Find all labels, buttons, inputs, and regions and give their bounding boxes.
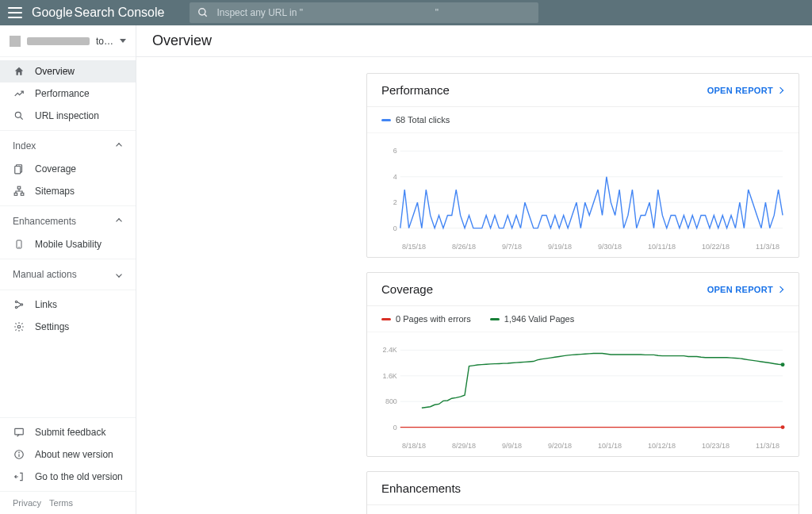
legal-links: Privacy Terms (0, 491, 136, 514)
nav-item-links[interactable]: Links (0, 293, 136, 316)
nav-heading-manual-actions[interactable]: Manual actions (0, 263, 136, 286)
sidebar: to… Overview Performance URL inspection … (0, 25, 136, 514)
chevron-up-icon (116, 143, 122, 149)
nav-group-main: Overview Performance URL inspection (0, 57, 136, 131)
nav-item-sitemaps[interactable]: Sitemaps (0, 180, 136, 202)
page-title: Overview (136, 25, 812, 57)
nav-item-about-new-version[interactable]: About new version (0, 443, 136, 466)
phone-icon (13, 239, 25, 250)
nav-label: URL inspection (35, 110, 99, 121)
nav-heading-enhancements[interactable]: Enhancements (0, 209, 136, 233)
nav-item-coverage[interactable]: Coverage (0, 158, 136, 180)
svg-point-12 (15, 306, 17, 308)
svg-text:2: 2 (393, 198, 397, 206)
nav-label: Coverage (35, 163, 76, 175)
performance-x-axis: 8/15/188/26/189/7/189/19/189/30/1810/11/… (378, 241, 787, 251)
app-header: Google Search Console (0, 0, 812, 25)
svg-line-3 (21, 117, 23, 120)
nav-item-performance[interactable]: Performance (0, 82, 136, 105)
svg-text:4: 4 (393, 173, 397, 181)
svg-point-11 (15, 301, 17, 302)
property-icon (10, 36, 21, 47)
svg-point-14 (17, 325, 21, 328)
legend-errors: 0 Pages with errors (381, 314, 471, 324)
svg-point-0 (199, 9, 205, 15)
svg-point-13 (21, 304, 22, 305)
svg-text:0: 0 (393, 424, 397, 432)
sitemap-icon (13, 186, 25, 197)
nav-group-manual: Manual actions (0, 259, 136, 290)
svg-rect-7 (14, 193, 17, 195)
privacy-link[interactable]: Privacy (13, 498, 41, 508)
svg-rect-15 (15, 428, 24, 435)
nav-label: Settings (35, 321, 69, 332)
chevron-down-icon (120, 39, 126, 43)
nav-label: Mobile Usability (35, 239, 102, 250)
nav-group-misc: Links Settings (0, 290, 136, 341)
performance-card: Performance OPEN REPORT 68 Total clicks … (366, 73, 799, 258)
magnify-icon (13, 110, 25, 121)
card-title: Performance (381, 83, 450, 97)
svg-text:2.4K: 2.4K (382, 346, 396, 354)
svg-point-35 (781, 425, 785, 429)
svg-line-1 (205, 14, 207, 17)
nav-item-submit-feedback[interactable]: Submit feedback (0, 421, 136, 443)
enhancements-card: Enhancements Type Valid Errors Trend Mob… (366, 471, 799, 514)
svg-text:6: 6 (393, 147, 397, 155)
nav-label: Submit feedback (35, 427, 105, 438)
svg-rect-5 (15, 167, 21, 174)
property-suffix: to… (96, 36, 113, 47)
card-title: Coverage (381, 282, 433, 296)
nav-heading-index[interactable]: Index (0, 134, 136, 158)
nav-label: Links (35, 299, 57, 310)
swatch-icon (381, 119, 391, 121)
content-area: Overview Performance OPEN REPORT 68 Tota… (136, 25, 812, 514)
legend-valid: 1,946 Valid Pages (490, 314, 574, 324)
nav-label: Performance (35, 88, 90, 99)
nav-label: Overview (35, 66, 75, 77)
nav-item-settings[interactable]: Settings (0, 316, 136, 338)
nav-item-url-inspection[interactable]: URL inspection (0, 105, 136, 127)
trend-icon (13, 88, 25, 99)
property-selector[interactable]: to… (0, 25, 136, 57)
enhancements-table-header: Type Valid Errors Trend (367, 504, 799, 514)
search-input[interactable] (216, 7, 530, 18)
nav-item-mobile-usability[interactable]: Mobile Usability (0, 233, 136, 255)
terms-link[interactable]: Terms (49, 498, 73, 508)
svg-text:1.6K: 1.6K (382, 372, 396, 380)
performance-chart: 0246 (378, 138, 787, 241)
chevron-up-icon (116, 218, 122, 224)
svg-point-18 (19, 452, 20, 453)
swatch-icon (490, 318, 500, 320)
chevron-down-icon (116, 271, 122, 278)
svg-text:0: 0 (393, 224, 397, 232)
home-icon (13, 66, 25, 77)
url-inspect-search[interactable] (190, 2, 538, 23)
svg-rect-8 (21, 193, 24, 195)
nav-label: Go to the old version (35, 471, 123, 482)
brand-logo: Google Search Console (32, 6, 164, 20)
exit-icon (13, 471, 25, 482)
nav-item-overview[interactable]: Overview (0, 60, 136, 82)
feedback-icon (13, 427, 25, 438)
open-report-link-performance[interactable]: OPEN REPORT (707, 86, 784, 95)
swatch-icon (381, 318, 391, 320)
nav-label: Sitemaps (35, 186, 75, 197)
legend-total-clicks: 68 Total clicks (381, 115, 450, 125)
nav-group-enhancements: Enhancements Mobile Usability (0, 206, 136, 259)
nav-group-index: Index Coverage Sitemaps (0, 131, 136, 206)
svg-rect-6 (17, 186, 21, 189)
nav-item-old-version[interactable]: Go to the old version (0, 466, 136, 488)
menu-icon[interactable] (8, 6, 22, 20)
open-report-link-coverage[interactable]: OPEN REPORT (707, 285, 784, 294)
coverage-card: Coverage OPEN REPORT 0 Pages with errors… (366, 272, 799, 457)
property-name-redacted (27, 37, 90, 45)
pages-icon (13, 163, 25, 175)
coverage-x-axis: 8/18/188/29/189/9/189/20/1810/1/1810/12/… (378, 440, 787, 450)
gear-icon (13, 321, 25, 332)
nav-label: About new version (35, 449, 113, 460)
coverage-chart: 08001.6K2.4K (378, 337, 787, 440)
svg-text:800: 800 (385, 397, 397, 405)
svg-point-36 (781, 362, 785, 366)
svg-point-2 (15, 112, 21, 117)
